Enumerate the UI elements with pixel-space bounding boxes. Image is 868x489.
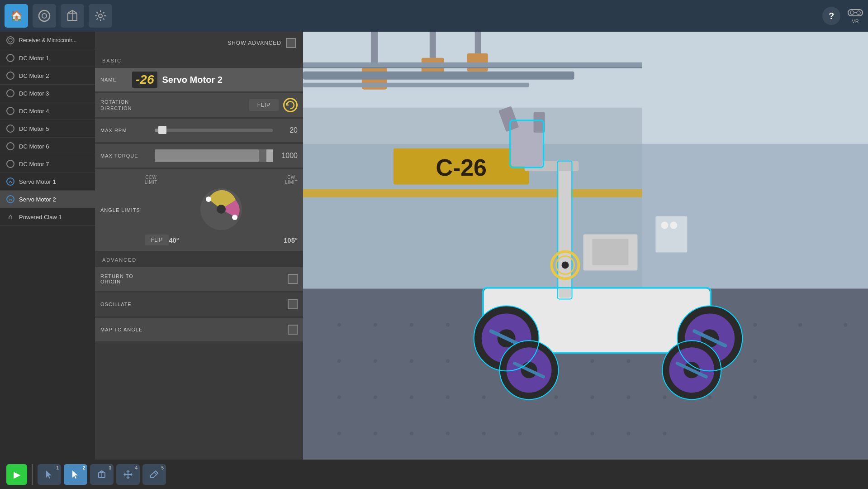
max-rpm-label: MAX RPM [100,128,150,133]
svg-point-18 [337,323,341,326]
map-to-angle-row: MAP TO ANGLE [95,318,303,341]
svg-point-31 [844,323,847,326]
sidebar-item-servo2[interactable]: Servo Motor 2 [0,191,95,208]
svg-point-14 [232,215,237,220]
ccw-limit-label: CCWLIMIT [145,175,157,185]
bottom-bar: ▶ 1 2 3 4 5 [0,460,868,489]
svg-point-43 [753,359,757,363]
advanced-section-header: ADVANCED [95,254,303,266]
svg-rect-78 [303,72,574,80]
sidebar-item-dc1[interactable]: DC Motor 1 [0,49,95,67]
tool-badge-5: 5 [161,465,164,470]
oscillate-checkbox[interactable] [288,299,298,309]
sidebar-item-label: DC Motor 2 [19,72,49,79]
sidebar-item-dc4[interactable]: DC Motor 4 [0,102,95,120]
sidebar-item-dc6[interactable]: DC Motor 6 [0,138,95,155]
disc-button[interactable] [33,4,56,28]
settings-button[interactable] [89,4,112,28]
name-field-label: NAME [100,77,128,82]
svg-point-7 [857,11,860,14]
svg-rect-79 [303,83,529,87]
dc-motor-icon [6,89,14,97]
svg-point-63 [590,431,594,435]
top-bar-right: ? VR [822,7,863,25]
sidebar-item-label: Servo Motor 1 [19,178,56,185]
tool-badge-2: 2 [82,465,85,470]
sidebar-item-label: Receiver & Microcontr... [19,37,76,43]
sidebar-item-dc5[interactable]: DC Motor 5 [0,120,95,138]
viewport-scene: C-26 [303,32,868,460]
sidebar-item-label: DC Motor 5 [19,125,49,132]
svg-point-95 [670,222,677,229]
svg-point-47 [446,395,450,399]
svg-point-33 [374,359,377,363]
dc-motor-icon [6,54,14,62]
sidebar-item-label: Servo Motor 2 [19,196,56,203]
svg-point-51 [590,395,594,399]
top-bar: 🏠 ? VR [0,0,868,32]
angle-limits-label: ANGLE LIMITS [100,207,140,213]
max-torque-row: MAX TORQUE 1000 [95,144,303,168]
angle-limits-labels: CCWLIMIT CWLIMIT [145,175,298,185]
rpm-slider-track[interactable] [155,129,273,132]
svg-point-44 [337,395,341,399]
svg-point-1 [42,14,47,18]
block-tool-3[interactable]: 3 [90,464,114,485]
sidebar: Receiver & Microcontr... DC Motor 1 DC M… [0,32,95,460]
tool-badge-3: 3 [109,465,111,470]
vr-button[interactable]: VR [847,8,863,24]
settings-panel: SHOW ADVANCED BASIC NAME -26 Servo Motor… [95,32,303,460]
show-advanced-checkbox[interactable] [286,38,296,48]
sidebar-item-label: DC Motor 4 [19,108,49,115]
rotation-flip-button[interactable]: FLIP [249,99,279,111]
angle-dial[interactable] [199,187,244,232]
servo-icon [6,177,14,186]
max-torque-label: MAX TORQUE [100,153,150,158]
cursor-tool-2[interactable]: 2 [64,464,87,485]
svg-rect-72 [430,32,436,62]
box-button[interactable] [61,4,84,28]
svg-point-40 [626,359,630,363]
svg-point-9 [9,38,12,42]
claw-icon [6,213,14,221]
torque-slider-track[interactable] [155,149,273,162]
tool-badge-4: 4 [135,465,138,470]
map-to-angle-checkbox[interactable] [288,325,298,335]
cursor-tool-1[interactable]: 1 [38,464,61,485]
move-tool-4[interactable]: 4 [116,464,140,485]
svg-point-50 [555,395,558,399]
svg-point-29 [753,323,757,326]
home-button[interactable]: 🏠 [5,4,28,28]
sidebar-item-dc7[interactable]: DC Motor 7 [0,155,95,173]
sidebar-item-claw1[interactable]: Powered Claw 1 [0,208,95,226]
sidebar-item-dc2[interactable]: DC Motor 2 [0,67,95,85]
oscillate-label: OSCILLATE [100,302,288,307]
sidebar-item-dc3[interactable]: DC Motor 3 [0,85,95,102]
svg-point-61 [518,431,522,435]
sidebar-item-receiver[interactable]: Receiver & Microcontr... [0,32,95,49]
svg-point-52 [626,395,630,399]
svg-rect-67 [303,189,642,197]
toolbar-divider [32,464,33,485]
eraser-tool-5[interactable]: 5 [142,464,166,485]
name-value: Servo Motor 2 [162,75,222,85]
svg-point-65 [663,431,666,435]
help-button[interactable]: ? [822,7,840,25]
svg-point-30 [798,323,802,326]
sidebar-item-servo1[interactable]: Servo Motor 1 [0,173,95,191]
svg-point-94 [661,222,668,229]
svg-point-6 [850,11,854,14]
name-badge: -26 [132,72,157,88]
dc-motor-icon [6,125,14,133]
svg-point-56 [337,431,341,435]
angle-flip-button[interactable]: FLIP [145,235,169,245]
svg-point-45 [374,395,377,399]
svg-point-19 [374,323,377,326]
sidebar-item-label: DC Motor 3 [19,90,49,97]
play-button[interactable]: ▶ [6,464,27,485]
svg-point-34 [410,359,413,363]
rotation-label: ROTATIONDIRECTION [100,99,150,112]
return-to-origin-checkbox[interactable] [288,274,298,284]
return-to-origin-label: RETURN TOORIGIN [100,273,288,284]
oscillate-row: OSCILLATE [95,292,303,316]
